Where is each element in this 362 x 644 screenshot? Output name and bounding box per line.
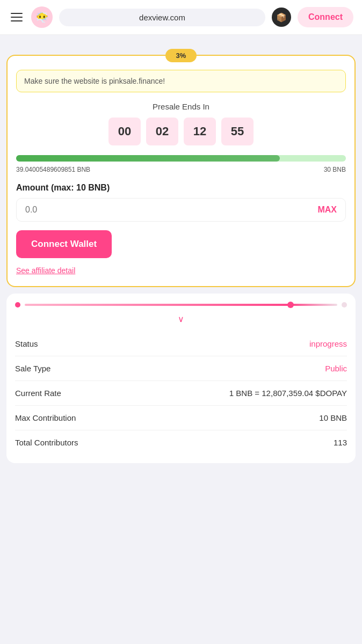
- amount-label: Amount (max: 10 BNB): [16, 183, 346, 193]
- connect-wallet-button[interactable]: Connect Wallet: [16, 230, 112, 258]
- countdown-seconds: 12: [184, 118, 216, 145]
- progress-bar-fill: [16, 155, 280, 162]
- progress-bar-container: [16, 155, 346, 162]
- chevron-down-icon[interactable]: ∨: [178, 314, 184, 324]
- total-contributors-label: Total Contributors: [15, 438, 78, 447]
- status-label: Status: [15, 339, 38, 348]
- current-rate-label: Current Rate: [15, 389, 61, 398]
- countdown-minutes: 02: [146, 118, 178, 145]
- total-contributors-row: Total Contributors 113: [15, 430, 347, 455]
- current-rate-value: 1 BNB = 12,807,359.04 $DOPAY: [229, 389, 347, 398]
- total-contributors-value: 113: [334, 438, 347, 447]
- warning-box: Make sure the website is pinksale.financ…: [16, 70, 346, 92]
- status-value: inprogress: [309, 339, 347, 348]
- presale-section: 3% Make sure the website is pinksale.fin…: [6, 41, 356, 287]
- main-content: 3% Make sure the website is pinksale.fin…: [0, 35, 362, 476]
- slider-track[interactable]: [25, 304, 337, 306]
- header: 😶‍🌫️ dexview.com 📦 Connect: [0, 0, 362, 35]
- sale-type-label: Sale Type: [15, 364, 50, 373]
- presale-card: Make sure the website is pinksale.financ…: [6, 55, 356, 287]
- max-contribution-row: Max Contribution 10 BNB: [15, 406, 347, 430]
- countdown-hours: 00: [108, 118, 141, 145]
- max-contribution-label: Max Contribution: [15, 413, 76, 422]
- sale-type-value: Public: [325, 364, 347, 373]
- slider-container[interactable]: [15, 302, 347, 308]
- chevron-row[interactable]: ∨: [15, 314, 347, 324]
- slider-dot-right: [342, 302, 347, 308]
- progress-badge-wrapper: 3%: [6, 49, 356, 62]
- progress-stats: 39.04005489609851 BNB 30 BNB: [16, 166, 346, 173]
- max-contribution-value: 10 BNB: [319, 413, 347, 422]
- max-button[interactable]: MAX: [317, 205, 337, 215]
- bnb-raised: 39.04005489609851 BNB: [16, 166, 90, 173]
- countdown-ms: 55: [221, 118, 254, 145]
- sale-type-row: Sale Type Public: [15, 356, 347, 381]
- current-rate-row: Current Rate 1 BNB = 12,807,359.04 $DOPA…: [15, 381, 347, 406]
- countdown-row: 00 02 12 55: [16, 118, 346, 145]
- status-row: Status inprogress: [15, 332, 347, 356]
- amount-input-wrapper[interactable]: MAX: [16, 198, 346, 222]
- affiliate-link[interactable]: See affiliate detail: [16, 266, 75, 275]
- amount-input[interactable]: [25, 205, 317, 215]
- info-card: ∨ Status inprogress Sale Type Public Cur…: [6, 294, 356, 463]
- logo-icon: 😶‍🌫️: [31, 6, 53, 28]
- slider-thumb: [287, 302, 294, 308]
- slider-dot-left: [15, 302, 20, 308]
- presale-ends-label: Presale Ends In: [16, 102, 346, 111]
- connect-button[interactable]: Connect: [298, 7, 353, 27]
- token-icon: 📦: [272, 8, 291, 27]
- menu-button[interactable]: [9, 11, 25, 24]
- bnb-cap: 30 BNB: [324, 166, 346, 173]
- progress-badge: 3%: [165, 49, 197, 62]
- url-bar: dexview.com: [59, 9, 265, 26]
